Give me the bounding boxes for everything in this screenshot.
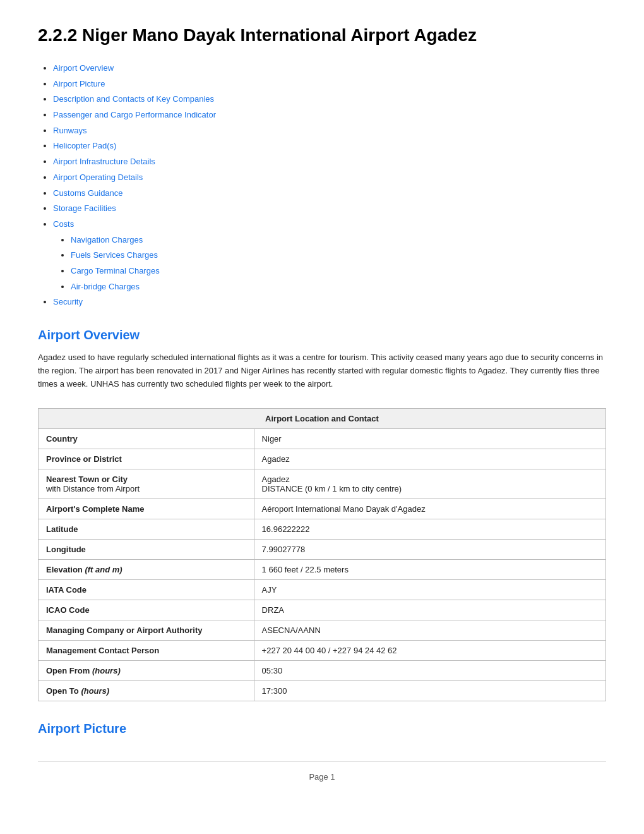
section-heading-airport-picture: Airport Picture [38, 722, 606, 736]
toc-link-fuel-charges[interactable]: Fuels Services Charges [71, 250, 158, 260]
table-cell-label: Longitude [39, 540, 254, 560]
section-heading-airport-overview: Airport Overview [38, 328, 606, 342]
list-item: Passenger and Cargo Performance Indicato… [53, 107, 606, 123]
toc-link-airport-overview[interactable]: Airport Overview [53, 63, 114, 73]
table-cell-label: Airport's Complete Name [39, 499, 254, 519]
toc-link-passenger-cargo[interactable]: Passenger and Cargo Performance Indicato… [53, 110, 216, 119]
table-row: Airport's Complete NameAéroport Internat… [39, 499, 606, 519]
list-item: Navigation Charges [71, 233, 606, 248]
list-item: Airport Overview [53, 61, 606, 76]
table-cell-label: Managing Company or Airport Authority [39, 620, 254, 641]
toc-link-customs[interactable]: Customs Guidance [53, 188, 123, 198]
table-row: Province or DistrictAgadez [39, 449, 606, 469]
airport-overview-text: Agadez used to have regularly scheduled … [38, 351, 606, 390]
table-cell-value: AJY [254, 580, 605, 600]
table-row: ICAO CodeDRZA [39, 600, 606, 620]
table-row: Longitude7.99027778 [39, 540, 606, 560]
table-cell-label: Nearest Town or Citywith Distance from A… [39, 469, 254, 499]
table-cell-value: 05:30 [254, 661, 605, 681]
table-cell-label: Province or District [39, 449, 254, 469]
toc-link-storage[interactable]: Storage Facilities [53, 203, 116, 213]
list-item: Airport Operating Details [53, 170, 606, 186]
page-number: Page 1 [309, 772, 335, 782]
table-cell-value: DRZA [254, 600, 605, 620]
toc-link-nav-charges[interactable]: Navigation Charges [71, 235, 143, 245]
table-row: Open From (hours)05:30 [39, 661, 606, 681]
table-cell-label: Management Contact Person [39, 641, 254, 661]
table-cell-value: 16.96222222 [254, 519, 605, 540]
airport-location-table: Airport Location and Contact CountryNige… [38, 408, 606, 701]
table-cell-value: Niger [254, 429, 605, 449]
toc-link-cargo-charges[interactable]: Cargo Terminal Charges [71, 266, 160, 275]
toc-sub-costs: Navigation Charges Fuels Services Charge… [53, 233, 606, 295]
table-cell-label: Open From (hours) [39, 661, 254, 681]
table-cell-label: Country [39, 429, 254, 449]
table-cell-value: 17:300 [254, 681, 605, 701]
list-item: Costs Navigation Charges Fuels Services … [53, 217, 606, 294]
toc-link-runways[interactable]: Runways [53, 126, 86, 135]
toc-link-operating[interactable]: Airport Operating Details [53, 172, 143, 182]
table-row: Elevation (ft and m)1 660 feet / 22.5 me… [39, 560, 606, 580]
toc-link-security[interactable]: Security [53, 297, 83, 306]
table-cell-value: Aéroport International Mano Dayak d'Agad… [254, 499, 605, 519]
table-row: CountryNiger [39, 429, 606, 449]
page-footer: Page 1 [38, 761, 606, 782]
table-cell-label: Open To (hours) [39, 681, 254, 701]
list-item: Airport Picture [53, 76, 606, 92]
table-row: Open To (hours)17:300 [39, 681, 606, 701]
toc-link-description[interactable]: Description and Contacts of Key Companie… [53, 94, 214, 104]
table-caption: Airport Location and Contact [38, 408, 606, 428]
table-cell-label: Latitude [39, 519, 254, 540]
list-item: Storage Facilities [53, 201, 606, 217]
table-cell-label: Elevation (ft and m) [39, 560, 254, 580]
table-row: IATA CodeAJY [39, 580, 606, 600]
list-item: Airport Infrastructure Details [53, 154, 606, 170]
table-cell-label: ICAO Code [39, 600, 254, 620]
list-item: Security [53, 294, 606, 310]
toc-link-costs[interactable]: Costs [53, 219, 74, 229]
page-title: 2.2.2 Niger Mano Dayak International Air… [38, 25, 606, 45]
table-cell-value: AgadezDISTANCE (0 km / 1 km to city cent… [254, 469, 605, 499]
table-row: Managing Company or Airport AuthorityASE… [39, 620, 606, 641]
toc-link-infrastructure[interactable]: Airport Infrastructure Details [53, 157, 155, 166]
toc-link-airport-picture[interactable]: Airport Picture [53, 79, 105, 88]
table-cell-value: +227 20 44 00 40 / +227 94 24 42 62 [254, 641, 605, 661]
list-item: Fuels Services Charges [71, 248, 606, 263]
table-cell-value: 1 660 feet / 22.5 meters [254, 560, 605, 580]
toc-link-helicopter[interactable]: Helicopter Pad(s) [53, 141, 116, 150]
table-cell-value: 7.99027778 [254, 540, 605, 560]
table-cell-value: ASECNA/AANN [254, 620, 605, 641]
list-item: Customs Guidance [53, 186, 606, 202]
table-row: Nearest Town or Citywith Distance from A… [39, 469, 606, 499]
table-of-contents: Airport Overview Airport Picture Descrip… [38, 61, 606, 310]
table-cell-label: IATA Code [39, 580, 254, 600]
toc-link-airbridge-charges[interactable]: Air-bridge Charges [71, 282, 140, 291]
table-row: Management Contact Person+227 20 44 00 4… [39, 641, 606, 661]
list-item: Helicopter Pad(s) [53, 138, 606, 154]
list-item: Cargo Terminal Charges [71, 263, 606, 279]
list-item: Air-bridge Charges [71, 279, 606, 295]
list-item: Description and Contacts of Key Companie… [53, 92, 606, 107]
table-row: Latitude16.96222222 [39, 519, 606, 540]
table-cell-value: Agadez [254, 449, 605, 469]
list-item: Runways [53, 123, 606, 139]
